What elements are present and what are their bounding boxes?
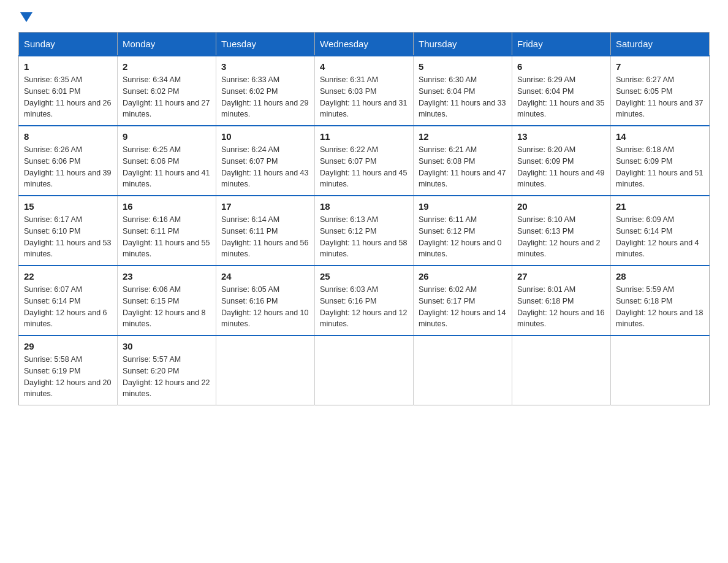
calendar-day-cell: 5 Sunrise: 6:30 AM Sunset: 6:04 PM Dayli… [414,56,512,126]
daylight-label: Daylight: 11 hours and 53 minutes. [24,239,111,259]
sunrise-label: Sunrise: 6:14 AM [221,215,279,224]
sunset-label: Sunset: 6:08 PM [419,157,475,166]
day-info: Sunrise: 6:26 AM Sunset: 6:06 PM Dayligh… [24,144,112,190]
calendar-day-cell: 9 Sunrise: 6:25 AM Sunset: 6:06 PM Dayli… [118,126,216,196]
sunrise-label: Sunrise: 6:24 AM [221,145,279,154]
calendar-day-cell: 27 Sunrise: 6:01 AM Sunset: 6:18 PM Dayl… [512,266,611,335]
day-info: Sunrise: 6:20 AM Sunset: 6:09 PM Dayligh… [517,144,605,190]
sunrise-label: Sunrise: 5:58 AM [24,355,82,364]
sunrise-label: Sunrise: 6:22 AM [320,145,378,154]
daylight-label: Daylight: 12 hours and 14 minutes. [419,308,506,329]
calendar-day-cell: 28 Sunrise: 5:59 AM Sunset: 6:18 PM Dayl… [611,266,710,335]
sunrise-label: Sunrise: 6:20 AM [517,145,575,154]
sunrise-label: Sunrise: 6:34 AM [123,75,181,84]
day-info: Sunrise: 6:30 AM Sunset: 6:04 PM Dayligh… [419,74,507,120]
sunrise-label: Sunrise: 6:31 AM [320,75,378,84]
calendar-day-cell: 25 Sunrise: 6:03 AM Sunset: 6:16 PM Dayl… [315,266,414,335]
day-info: Sunrise: 6:16 AM Sunset: 6:11 PM Dayligh… [123,214,211,260]
calendar-day-cell: 8 Sunrise: 6:26 AM Sunset: 6:06 PM Dayli… [19,126,118,196]
sunset-label: Sunset: 6:20 PM [123,367,179,375]
sunset-label: Sunset: 6:06 PM [24,157,80,166]
calendar-day-header-thursday: Thursday [414,33,512,56]
day-info: Sunrise: 6:18 AM Sunset: 6:09 PM Dayligh… [616,144,704,190]
sunrise-label: Sunrise: 6:18 AM [616,145,674,154]
day-info: Sunrise: 6:34 AM Sunset: 6:02 PM Dayligh… [123,74,211,120]
day-number: 28 [616,271,704,282]
daylight-label: Daylight: 11 hours and 55 minutes. [123,239,210,259]
daylight-label: Daylight: 12 hours and 16 minutes. [517,308,604,329]
day-number: 5 [419,61,507,72]
day-number: 1 [24,61,112,72]
daylight-label: Daylight: 11 hours and 43 minutes. [221,169,308,189]
calendar-day-header-wednesday: Wednesday [315,33,414,56]
day-number: 17 [221,201,309,212]
sunrise-label: Sunrise: 5:59 AM [616,285,674,294]
daylight-label: Daylight: 12 hours and 22 minutes. [123,378,210,399]
day-info: Sunrise: 6:25 AM Sunset: 6:06 PM Dayligh… [123,144,211,190]
day-number: 22 [24,271,112,282]
day-number: 21 [616,201,704,212]
sunset-label: Sunset: 6:06 PM [123,157,179,166]
calendar-week-row: 29 Sunrise: 5:58 AM Sunset: 6:19 PM Dayl… [19,335,710,405]
calendar-day-cell: 3 Sunrise: 6:33 AM Sunset: 6:02 PM Dayli… [216,56,315,126]
calendar-week-row: 15 Sunrise: 6:17 AM Sunset: 6:10 PM Dayl… [19,196,710,266]
daylight-label: Daylight: 11 hours and 29 minutes. [221,99,308,119]
day-info: Sunrise: 6:06 AM Sunset: 6:15 PM Dayligh… [123,284,211,330]
sunrise-label: Sunrise: 6:01 AM [517,285,575,294]
sunrise-label: Sunrise: 6:33 AM [221,75,279,84]
day-number: 4 [320,61,408,72]
calendar-day-cell: 4 Sunrise: 6:31 AM Sunset: 6:03 PM Dayli… [315,56,414,126]
calendar-day-cell: 18 Sunrise: 6:13 AM Sunset: 6:12 PM Dayl… [315,196,414,266]
daylight-label: Daylight: 12 hours and 0 minutes. [419,239,502,259]
sunset-label: Sunset: 6:04 PM [419,87,475,96]
daylight-label: Daylight: 11 hours and 58 minutes. [320,239,407,259]
daylight-label: Daylight: 11 hours and 56 minutes. [221,239,308,259]
calendar-day-cell: 12 Sunrise: 6:21 AM Sunset: 6:08 PM Dayl… [414,126,512,196]
sunrise-label: Sunrise: 6:16 AM [123,215,181,224]
calendar-day-header-saturday: Saturday [611,33,710,56]
sunset-label: Sunset: 6:09 PM [616,157,672,166]
sunset-label: Sunset: 6:18 PM [616,297,672,305]
sunset-label: Sunset: 6:14 PM [616,227,672,236]
daylight-label: Daylight: 12 hours and 4 minutes. [616,239,699,259]
day-number: 9 [123,131,211,142]
daylight-label: Daylight: 12 hours and 6 minutes. [24,308,107,329]
day-number: 24 [221,271,309,282]
sunset-label: Sunset: 6:12 PM [320,227,376,236]
day-number: 13 [517,131,605,142]
sunrise-label: Sunrise: 6:03 AM [320,285,378,294]
sunrise-label: Sunrise: 6:27 AM [616,75,674,84]
empty-cell [512,335,611,405]
day-info: Sunrise: 6:09 AM Sunset: 6:14 PM Dayligh… [616,214,704,260]
daylight-label: Daylight: 12 hours and 20 minutes. [24,378,111,399]
sunset-label: Sunset: 6:02 PM [221,87,278,96]
day-info: Sunrise: 6:10 AM Sunset: 6:13 PM Dayligh… [517,214,605,260]
sunrise-label: Sunrise: 6:06 AM [123,285,181,294]
day-info: Sunrise: 6:01 AM Sunset: 6:18 PM Dayligh… [517,284,605,330]
day-info: Sunrise: 6:11 AM Sunset: 6:12 PM Dayligh… [419,214,507,260]
sunrise-label: Sunrise: 5:57 AM [123,355,181,364]
calendar-day-cell: 22 Sunrise: 6:07 AM Sunset: 6:14 PM Dayl… [19,266,118,335]
calendar-day-cell: 19 Sunrise: 6:11 AM Sunset: 6:12 PM Dayl… [414,196,512,266]
day-info: Sunrise: 6:13 AM Sunset: 6:12 PM Dayligh… [320,214,408,260]
day-number: 23 [123,271,211,282]
daylight-label: Daylight: 11 hours and 47 minutes. [419,169,506,189]
daylight-label: Daylight: 11 hours and 39 minutes. [24,169,111,189]
calendar-day-cell: 17 Sunrise: 6:14 AM Sunset: 6:11 PM Dayl… [216,196,315,266]
empty-cell [414,335,512,405]
calendar-day-cell: 13 Sunrise: 6:20 AM Sunset: 6:09 PM Dayl… [512,126,611,196]
daylight-label: Daylight: 11 hours and 37 minutes. [616,99,703,119]
sunset-label: Sunset: 6:16 PM [320,297,376,305]
calendar-day-cell: 14 Sunrise: 6:18 AM Sunset: 6:09 PM Dayl… [611,126,710,196]
sunrise-label: Sunrise: 6:02 AM [419,285,477,294]
page-header [18,12,710,22]
day-number: 16 [123,201,211,212]
calendar-day-cell: 11 Sunrise: 6:22 AM Sunset: 6:07 PM Dayl… [315,126,414,196]
daylight-label: Daylight: 12 hours and 8 minutes. [123,308,206,329]
sunset-label: Sunset: 6:10 PM [24,227,80,236]
sunrise-label: Sunrise: 6:09 AM [616,215,674,224]
sunrise-label: Sunrise: 6:11 AM [419,215,477,224]
day-number: 20 [517,201,605,212]
day-info: Sunrise: 6:05 AM Sunset: 6:16 PM Dayligh… [221,284,309,330]
daylight-label: Daylight: 11 hours and 26 minutes. [24,99,111,119]
